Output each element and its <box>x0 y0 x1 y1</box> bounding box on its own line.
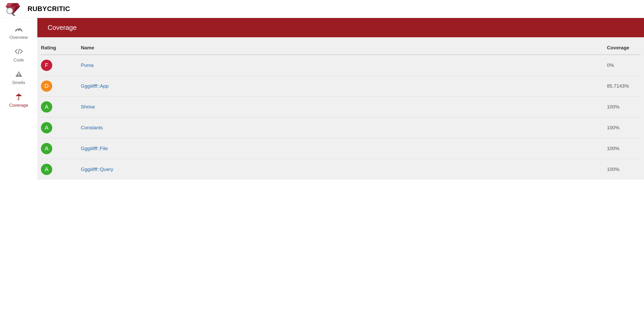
cell-coverage: 100% <box>607 167 640 172</box>
class-link[interactable]: Shrine <box>81 104 95 109</box>
cell-name: Constants <box>81 125 607 131</box>
sidebar-item-coverage[interactable]: Coverage <box>0 88 37 111</box>
cell-coverage: 100% <box>607 146 640 151</box>
column-header-coverage[interactable]: Coverage <box>607 45 640 51</box>
app-title: RUBYCRITIC <box>28 5 70 13</box>
class-link[interactable]: Gggiiifff::App <box>81 83 109 89</box>
svg-point-7 <box>8 9 12 13</box>
table-body: FPuma0%DGggiiifff::App85.7143%AShrine100… <box>41 55 640 180</box>
rating-badge: A <box>41 122 52 133</box>
svg-point-13 <box>18 76 19 77</box>
rating-badge: A <box>41 101 52 113</box>
umbrella-icon <box>15 93 23 100</box>
class-link[interactable]: Gggiiifff::File <box>81 146 108 151</box>
column-header-name[interactable]: Name <box>81 45 607 51</box>
ruby-logo-icon <box>5 2 22 16</box>
svg-rect-12 <box>18 73 19 75</box>
class-link[interactable]: Puma <box>81 62 94 68</box>
cell-coverage: 0% <box>607 62 640 68</box>
cell-name: Puma <box>81 62 607 68</box>
svg-line-11 <box>18 49 19 54</box>
class-link[interactable]: Gggiiifff::Query <box>81 167 113 172</box>
cell-name: Gggiiifff::App <box>81 83 607 89</box>
cell-rating: D <box>41 80 81 92</box>
table-row: AGggiiifff::File100% <box>41 138 640 159</box>
table-row: AGggiiifff::Query100% <box>41 159 640 180</box>
table-row: DGggiiifff::App85.7143% <box>41 76 640 97</box>
sidebar-item-overview[interactable]: Overview <box>0 21 37 43</box>
column-header-rating[interactable]: Rating <box>41 45 81 51</box>
table-row: AConstants100% <box>41 117 640 138</box>
table-row: AShrine100% <box>41 97 640 117</box>
rating-badge: F <box>41 60 52 71</box>
cell-name: Gggiiifff::File <box>81 146 607 151</box>
sidebar-item-smells[interactable]: Smells <box>0 66 37 88</box>
rating-badge: D <box>41 80 52 92</box>
coverage-table: Rating Name Coverage FPuma0%DGggiiifff::… <box>41 43 640 180</box>
class-link[interactable]: Constants <box>81 125 103 130</box>
table-row: FPuma0% <box>41 55 640 76</box>
main-content: Coverage Rating Name Coverage FPuma0%DGg… <box>37 18 644 180</box>
cell-coverage: 100% <box>607 104 640 110</box>
cell-rating: A <box>41 164 81 175</box>
code-icon <box>15 48 23 55</box>
sidebar: Overview Code Smells <box>0 18 37 180</box>
cell-coverage: 85.7143% <box>607 83 640 89</box>
sidebar-item-label: Smells <box>12 80 25 85</box>
cell-rating: A <box>41 143 81 154</box>
sidebar-item-label: Overview <box>10 35 28 40</box>
cell-rating: A <box>41 122 81 133</box>
cell-rating: A <box>41 101 81 113</box>
gauge-icon <box>15 25 23 32</box>
cell-coverage: 100% <box>607 125 640 131</box>
cell-name: Gggiiifff::Query <box>81 167 607 172</box>
sidebar-item-code[interactable]: Code <box>0 43 37 66</box>
warning-icon <box>15 70 23 78</box>
rating-badge: A <box>41 164 52 175</box>
cell-name: Shrine <box>81 104 607 110</box>
logo-area[interactable]: RUBYCRITIC <box>5 2 70 16</box>
table-header: Rating Name Coverage <box>41 43 640 55</box>
page-title: Coverage <box>37 18 644 37</box>
sidebar-item-label: Coverage <box>9 103 28 108</box>
app-header: RUBYCRITIC <box>0 0 644 18</box>
cell-rating: F <box>41 60 81 71</box>
sidebar-item-label: Code <box>13 58 24 63</box>
rating-badge: A <box>41 143 52 154</box>
